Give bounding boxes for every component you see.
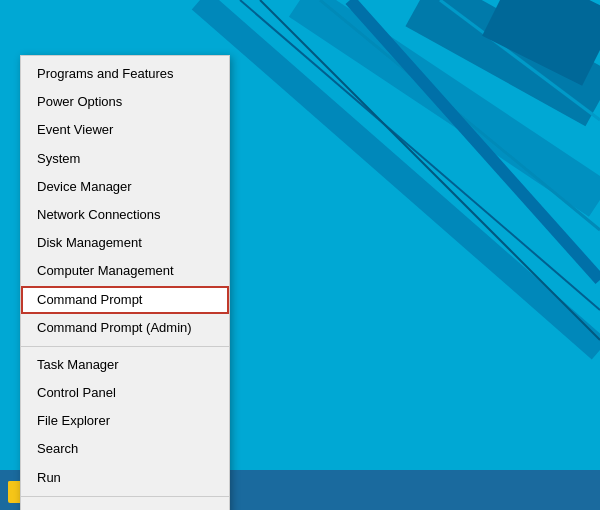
- menu-item-search[interactable]: Search: [21, 435, 229, 463]
- menu-item-disk-management[interactable]: Disk Management: [21, 229, 229, 257]
- svg-line-5: [500, 0, 600, 50]
- menu-item-computer-management[interactable]: Computer Management: [21, 257, 229, 285]
- menu-item-task-manager[interactable]: Task Manager: [21, 351, 229, 379]
- menu-item-power-options[interactable]: Power Options: [21, 88, 229, 116]
- menu-divider-2: [21, 496, 229, 497]
- menu-item-system[interactable]: System: [21, 145, 229, 173]
- menu-item-programs-features[interactable]: Programs and Features: [21, 60, 229, 88]
- menu-divider-1: [21, 346, 229, 347]
- menu-item-shut-down-sign-out[interactable]: Shut down or sign out ▶: [21, 501, 229, 510]
- menu-item-file-explorer[interactable]: File Explorer: [21, 407, 229, 435]
- menu-item-command-prompt[interactable]: Command Prompt: [21, 286, 229, 314]
- menu-item-control-panel[interactable]: Control Panel: [21, 379, 229, 407]
- menu-item-run[interactable]: Run: [21, 464, 229, 492]
- menu-item-device-manager[interactable]: Device Manager: [21, 173, 229, 201]
- menu-item-event-viewer[interactable]: Event Viewer: [21, 116, 229, 144]
- menu-item-command-prompt-admin[interactable]: Command Prompt (Admin): [21, 314, 229, 342]
- context-menu: Programs and Features Power Options Even…: [20, 55, 230, 510]
- menu-item-network-connections[interactable]: Network Connections: [21, 201, 229, 229]
